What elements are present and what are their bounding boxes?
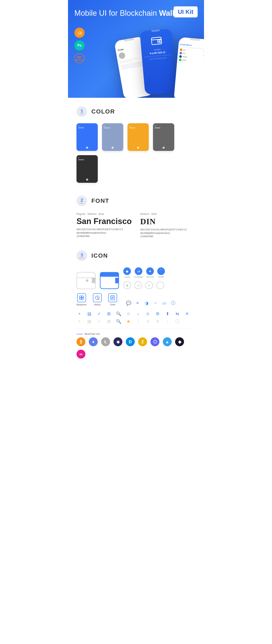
section-num-1: 1 ONE (76, 106, 87, 117)
crypto-icon-9: ∞ (76, 350, 86, 358)
next-gray-icon: › (164, 319, 170, 324)
color-swatch-1: #8DA0C8 (102, 123, 123, 151)
discover-outline-icon: ● (145, 282, 153, 289)
wallet-icons-row: ◆ Assets ⇄ Exchange ● Discover ⌒ Profile (76, 268, 196, 289)
crypto-icon-2: Ł (101, 337, 110, 346)
icon-section: 3 THREE ICON ◆ Assets (68, 246, 204, 367)
swap-icon: ⇆ (174, 311, 180, 316)
discover-icon: ● (146, 268, 154, 275)
font-din-nums: 1234567890 (140, 235, 196, 238)
font-sf-nums: 1234567890 (76, 235, 132, 238)
qr-gray-icon: ⊞ (106, 319, 112, 324)
plus-icon: + (76, 311, 82, 316)
info-icon: ⓘ (170, 300, 176, 306)
close-gray-icon: ✕ (155, 319, 161, 324)
svg-rect-11 (82, 296, 84, 298)
section-num-2: 2 TWO (76, 196, 87, 206)
wallet-outline-icon (76, 272, 96, 289)
check-icon: ✓ (96, 311, 102, 316)
screens-badge: 60+ Screens (74, 53, 84, 63)
color-swatch-3: #666666 (153, 123, 174, 151)
star-filled-icon: ★ (126, 319, 131, 324)
discover-outline-icon-box: ● (145, 282, 153, 289)
small-icons-row-1: + ▤ ✓ ⊞ 🔍 ☆ ‹ ⎋ ⚙ ⬆ ⇆ ✕ (76, 311, 196, 316)
icon-title: ICON (92, 252, 108, 259)
circle-icons-group: ◆ Assets ⇄ Exchange ● Discover ⌒ Profile (123, 268, 165, 289)
font-sf-lower: abcdefghijklmnopqrstuvwxyz (76, 232, 132, 234)
font-din-style: Medium · Bold (140, 212, 196, 216)
phone-right: $ 6,297,502.12 BTC 738-2003 ETH 564,912 … (174, 37, 204, 98)
font-sf-upper: ABCDEFGHIJKLMNOPQRSTUVWXYZ (76, 228, 132, 230)
icon-section-header: 3 THREE ICON (76, 250, 196, 261)
crypto-icon-8: ◆ (175, 337, 184, 346)
check-gray-icon: ✓ (96, 319, 102, 324)
wallet-outline-icon-box (76, 272, 96, 289)
small-icons-row-2: + ▤ ✓ ⊞ 🔍 ★ ‹ ⎋ ✕ › ⓘ (76, 318, 196, 324)
crypto-icon-5: Z (138, 337, 147, 346)
font-din: Medium · Bold DIN ABCDEFGHIJKLMNOPQRSTUV… (140, 212, 196, 238)
management-nav-icon (77, 293, 86, 302)
color-swatch-4: #303030 (76, 155, 98, 183)
share-gray-icon: ⎋ (145, 319, 151, 324)
profile-icon-box: ⌒ Profile (157, 268, 165, 278)
assets-outline-icon: ◆ (123, 282, 131, 289)
message-icon: ▭ (161, 300, 167, 306)
font-din-lower: abcdefghijklmnopqrstuvwxyz (140, 232, 196, 234)
wallet-solid-icon-box (100, 272, 119, 289)
font-grid: Regular · Medium · Bold San Francisco AB… (76, 212, 196, 238)
moon-icon: ◑ (144, 300, 150, 306)
color-title: COLOR (92, 108, 115, 115)
circle-icon: ○ (152, 300, 158, 306)
crypto-icon-4: D (126, 337, 135, 346)
ui-kit-badge: UI Kit (174, 6, 198, 18)
exchange-outline-icon: ⇄ (134, 282, 142, 289)
font-din-upper: ABCDEFGHIJKLMNOPQRSTUVWXYZ (140, 228, 196, 231)
plus-gray-icon: + (76, 319, 82, 324)
font-sf-name: San Francisco (76, 217, 132, 226)
chat-icon: 💬 (126, 300, 132, 306)
font-sf: Regular · Medium · Bold San Francisco AB… (76, 212, 132, 238)
crypto-icon-3: ◈ (114, 337, 122, 346)
hero-badges: Ps 60+ Screens (74, 28, 84, 63)
color-swatch-2: #F5A623 (128, 123, 149, 151)
profile-icon: ⌒ (157, 268, 165, 275)
order-nav-box: Order (108, 293, 117, 306)
crypto-icons-row: ₿♦Ł◈DZ⬡▲◆∞ (76, 337, 196, 358)
search-icon: 🔍 (116, 311, 122, 316)
svg-rect-13 (82, 298, 84, 300)
search-gray-icon: 🔍 (116, 319, 122, 324)
assets-icon: ◆ (123, 268, 131, 275)
section-num-3: 3 THREE (76, 250, 87, 261)
font-section-header: 2 TWO FONT (76, 196, 196, 206)
history-nav-icon (93, 293, 102, 302)
exchange-icon: ⇄ (135, 268, 142, 275)
color-section-header: 1 ONE COLOR (76, 106, 196, 117)
misc-icons-row: 💬 ≡ ◑ ○ ▭ ⓘ (126, 300, 176, 306)
back-gray-icon: ‹ (135, 319, 141, 324)
management-nav-box: Mangment (76, 293, 86, 306)
wallet-solid-icon (100, 272, 119, 289)
layers-icon: ≡ (134, 300, 140, 306)
qr-icon: ⊞ (106, 311, 112, 316)
settings-icon: ⚙ (155, 311, 161, 316)
history-nav-box: History (93, 293, 102, 306)
blockchain-line (76, 334, 83, 334)
assets-icon-box: ◆ Assets (123, 268, 131, 278)
circle-icons-top: ◆ Assets ⇄ Exchange ● Discover ⌒ Profile (123, 268, 165, 278)
order-nav-icon (108, 293, 117, 302)
font-sf-style: Regular · Medium · Bold (76, 212, 132, 216)
nav-icons-row: Mangment History Order (76, 293, 196, 306)
assets-outline-icon-box: ◆ (123, 282, 131, 289)
font-title: FONT (92, 198, 109, 204)
edit-icon: ▤ (86, 311, 92, 316)
svg-rect-12 (80, 298, 82, 300)
crypto-icon-6: ⬡ (150, 337, 160, 346)
wallet-icon-hero (142, 35, 171, 48)
color-section: 1 ONE COLOR #3574FA #8DA0C8 #F5A623 #666… (68, 98, 204, 191)
info-gray-icon: ⓘ (174, 318, 180, 324)
discover-icon-box: ● Discover (146, 268, 154, 278)
close-icon: ✕ (184, 311, 190, 316)
share-icon: ⎋ (145, 311, 151, 316)
exchange-outline-icon-box: ⇄ (134, 282, 142, 289)
crypto-icon-1: ♦ (89, 337, 98, 346)
